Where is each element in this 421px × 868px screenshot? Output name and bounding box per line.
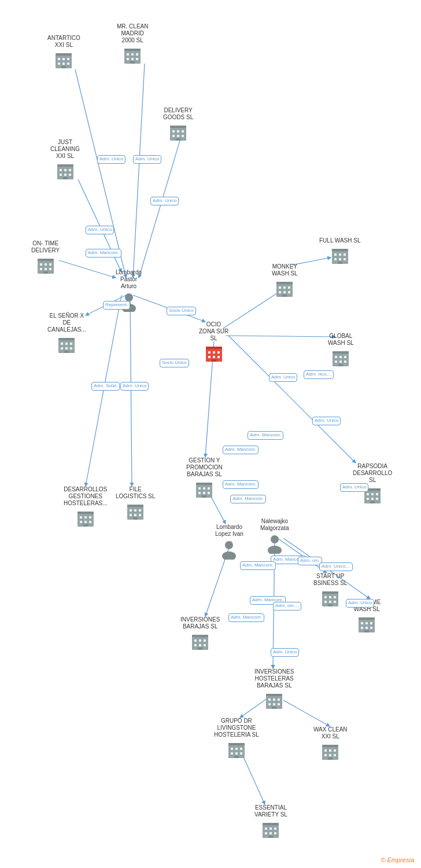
svg-rect-109	[344, 356, 346, 358]
svg-rect-177	[361, 627, 363, 629]
svg-rect-30	[61, 66, 66, 68]
node-elsenor: EL SEÑOR X DE CANALEJAS...	[47, 312, 86, 358]
node-label-antartico: ANTARTICO XXI SL	[47, 35, 80, 49]
svg-rect-193	[235, 748, 238, 750]
svg-rect-138	[203, 492, 205, 494]
svg-rect-115	[77, 512, 94, 514]
svg-rect-41	[170, 126, 186, 128]
svg-rect-144	[371, 493, 374, 495]
svg-rect-155	[192, 635, 208, 637]
role-badge-10: Adm. Unico	[269, 373, 297, 382]
svg-rect-53	[69, 169, 71, 171]
svg-rect-168	[324, 601, 327, 603]
svg-rect-205	[329, 754, 331, 756]
svg-rect-216	[268, 836, 273, 838]
svg-rect-90	[339, 253, 341, 256]
svg-rect-60	[40, 263, 42, 266]
watermark: © Empresia	[381, 856, 414, 863]
svg-rect-120	[84, 521, 87, 523]
svg-rect-180	[364, 630, 369, 632]
svg-rect-111	[339, 361, 342, 363]
svg-rect-116	[80, 516, 82, 518]
node-label-just_cleaning: JUST CLEANING XXI SL	[50, 139, 80, 160]
svg-rect-88	[332, 249, 348, 251]
svg-rect-156	[194, 639, 197, 642]
svg-rect-119	[80, 521, 82, 523]
svg-rect-135	[203, 487, 205, 490]
svg-rect-80	[208, 351, 211, 354]
svg-rect-201	[324, 749, 327, 752]
svg-rect-158	[204, 639, 206, 642]
role-badge-14: Adm. Mancom.	[223, 446, 258, 454]
node-label-full_wash: FULL WASH SL	[319, 237, 361, 244]
svg-line-4	[59, 260, 116, 278]
svg-rect-171	[328, 604, 333, 606]
role-badge-15: Adm. Mancom.	[223, 480, 258, 489]
svg-rect-143	[367, 493, 369, 495]
node-just_cleaning: JUST CLEANING XXI SL	[50, 139, 80, 184]
svg-rect-61	[45, 263, 47, 266]
svg-rect-108	[339, 356, 342, 358]
svg-rect-32	[124, 49, 141, 51]
svg-rect-185	[278, 698, 280, 701]
svg-rect-29	[67, 62, 69, 65]
svg-rect-173	[359, 617, 375, 620]
node-label-lombardo_lopez: Lombardo Lopez Ivan	[215, 524, 243, 538]
node-wax_clean: WAX CLEAN XXI SL	[313, 726, 348, 764]
svg-rect-48	[176, 138, 180, 141]
node-monkey_wash: MONKEY WASH SL	[272, 263, 298, 301]
svg-rect-159	[194, 644, 197, 646]
node-grupo_dr: GRUPO DR LIVINGSTONE HOSTELERIA SL	[214, 718, 259, 763]
svg-rect-170	[334, 601, 336, 603]
role-badge-20: Adm. om.	[298, 557, 322, 565]
role-badge-9: Adm. Unico	[120, 382, 149, 391]
svg-rect-65	[49, 268, 51, 270]
svg-rect-188	[278, 703, 280, 705]
svg-rect-198	[234, 756, 239, 758]
node-label-inversiones_barajas: INVERSIONES BARAJAS SL	[180, 616, 220, 630]
node-label-grupo_dr: GRUPO DR LIVINGSTONE HOSTELERIA SL	[214, 718, 259, 738]
svg-rect-113	[338, 364, 343, 366]
svg-rect-39	[130, 61, 135, 64]
svg-rect-85	[217, 356, 220, 358]
svg-rect-70	[65, 343, 68, 345]
svg-line-9	[226, 336, 335, 337]
svg-rect-191	[228, 743, 245, 745]
svg-rect-148	[376, 498, 378, 500]
svg-rect-99	[283, 286, 286, 289]
svg-rect-27	[58, 62, 60, 65]
svg-rect-72	[61, 347, 63, 350]
svg-rect-117	[84, 516, 87, 518]
svg-rect-187	[273, 703, 275, 705]
svg-rect-186	[268, 703, 271, 705]
svg-rect-43	[177, 130, 179, 133]
node-startup_business: START UP BSINESS SL	[313, 573, 347, 611]
node-label-lombardo_pastor: Lombardo Pastor Arturo	[116, 269, 142, 290]
svg-line-11	[130, 295, 132, 486]
svg-rect-64	[45, 268, 47, 270]
role-badge-25: Adm. Unico	[346, 599, 374, 608]
svg-rect-47	[182, 135, 184, 137]
svg-rect-93	[339, 258, 341, 260]
role-badge-13: Adm. Mancom.	[248, 431, 283, 440]
svg-rect-166	[329, 596, 331, 598]
svg-rect-167	[334, 596, 336, 598]
svg-point-153	[268, 546, 282, 554]
node-nalewajko: Nalewajko Malgorzata	[260, 518, 289, 556]
svg-rect-33	[127, 53, 129, 56]
role-badge-17: Adm. Unico	[340, 483, 368, 492]
svg-rect-83	[208, 356, 211, 358]
svg-rect-207	[328, 757, 333, 760]
svg-rect-183	[268, 698, 271, 701]
svg-rect-101	[279, 291, 281, 293]
svg-rect-147	[371, 498, 374, 500]
svg-rect-176	[370, 622, 372, 624]
node-inversiones_hosteleras: INVERSIONES HOSTELERAS BARAJAS SL	[254, 668, 294, 713]
svg-point-152	[271, 535, 279, 543]
svg-rect-62	[49, 263, 51, 266]
svg-rect-59	[38, 259, 54, 261]
svg-rect-202	[329, 749, 331, 752]
node-label-startup_business: START UP BSINESS SL	[313, 573, 347, 587]
svg-rect-44	[182, 130, 184, 133]
svg-rect-133	[196, 483, 212, 485]
